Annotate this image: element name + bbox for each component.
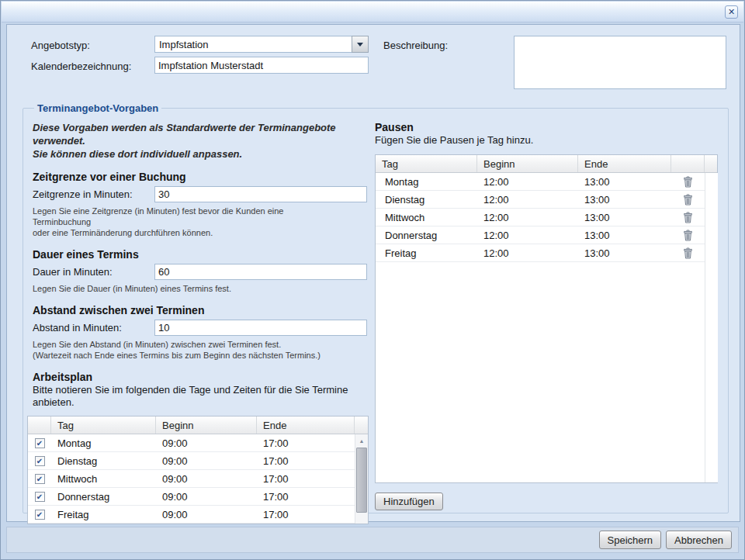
angebotstyp-combobox[interactable]: Impfstation: [154, 36, 369, 53]
dauer-input[interactable]: [154, 264, 367, 280]
cell-tag: Freitag: [51, 506, 156, 523]
trash-icon: [683, 247, 693, 259]
scrollbar-thumb[interactable]: [356, 448, 367, 513]
help-line: Legen Sie den Abstand (in Minuten) zwisc…: [33, 339, 368, 350]
help-line: oder eine Terminänderung durchführen kön…: [33, 227, 368, 238]
table-row[interactable]: ✔ Mittwoch 09:00 17:00: [28, 470, 355, 488]
cell-beginn: 09:00: [156, 452, 257, 469]
arbeitsplan-description: Bitte notieren Sie im folgenden die Tage…: [33, 384, 368, 409]
trash-icon: [683, 176, 693, 188]
pausen-heading: Pausen: [375, 121, 722, 134]
kalenderbezeichnung-input[interactable]: [154, 57, 369, 74]
cell-tag: Mittwoch: [51, 470, 156, 487]
checkmark-icon: ✔: [36, 493, 43, 501]
scroll-up-icon[interactable]: ▲: [355, 434, 368, 447]
dialog-body: Angebotstyp: Impfstation Kalenderbezeich…: [6, 24, 740, 522]
delete-row-button[interactable]: [683, 194, 693, 206]
zeitgrenze-help: Legen Sie eine Zeitgrenze (in Minuten) f…: [33, 206, 368, 238]
day-checkbox[interactable]: ✔: [35, 492, 45, 502]
defaults-column: Diese Vorgaben werden als Standardwerte …: [33, 114, 368, 505]
cell-beginn: 12:00: [477, 173, 578, 190]
titlebar: ✕: [2, 2, 743, 22]
cell-tag: Dienstag: [51, 452, 156, 469]
table-row[interactable]: Mittwoch 12:00 13:00: [376, 209, 705, 226]
delete-row-button[interactable]: [683, 212, 693, 223]
close-icon: ✕: [728, 7, 735, 17]
footer-toolbar: Speichern Abbrechen: [6, 527, 739, 553]
cell-ende: 17:00: [257, 452, 355, 469]
cell-beginn: 12:00: [477, 226, 578, 244]
add-pause-button[interactable]: Hinzufügen: [375, 493, 443, 510]
cell-beginn: 12:00: [477, 244, 578, 261]
fieldset-legend: Terminangebot-Vorgaben: [34, 102, 161, 114]
pausen-description: Fügen Sie die Pausen je Tag hinzu.: [375, 134, 713, 147]
help-line: Legen Sie die Dauer (in Minuten) eines T…: [33, 283, 368, 294]
intro-line-2: Sie können diese dort individuell anpass…: [33, 147, 354, 161]
cell-beginn: 12:00: [477, 191, 578, 208]
vertical-scrollbar[interactable]: ▲: [355, 434, 368, 524]
cell-tag: Donnerstag: [51, 488, 156, 505]
delete-row-button[interactable]: [683, 247, 693, 259]
beschreibung-label: Beschreibung:: [383, 40, 448, 51]
checkmark-icon: ✔: [36, 439, 43, 448]
header-cell-checkbox: [28, 417, 51, 434]
zeitgrenze-input[interactable]: [154, 186, 367, 202]
header-cell-scroll: [355, 417, 368, 434]
dauer-label: Dauer in Minuten:: [33, 266, 154, 278]
table-row[interactable]: Donnerstag 12:00 13:00: [376, 226, 705, 244]
header-cell-tag: Tag: [51, 417, 156, 434]
help-line: Legen Sie eine Zeitgrenze (in Minuten) f…: [33, 206, 368, 216]
day-checkbox[interactable]: ✔: [35, 438, 45, 448]
table-row[interactable]: ✔ Dienstag 09:00 17:00: [28, 452, 355, 470]
cell-ende: 13:00: [578, 209, 671, 226]
cell-ende: 13:00: [578, 244, 671, 261]
zeitgrenze-label: Zeitgrenze in Minuten:: [33, 188, 154, 200]
pausen-column: Pausen Fügen Sie die Pausen je Tag hinzu…: [368, 114, 722, 505]
delete-row-button[interactable]: [683, 176, 693, 188]
table-row[interactable]: ✔ Donnerstag 09:00 17:00: [28, 488, 355, 506]
abstand-help: Legen Sie den Abstand (in Minuten) zwisc…: [33, 339, 368, 361]
angebotstyp-value: Impfstation: [154, 36, 352, 53]
cell-ende: 13:00: [578, 226, 671, 244]
table-row[interactable]: Montag 12:00 13:00: [376, 173, 705, 191]
help-line: Terminbuchung: [33, 216, 368, 227]
header-cell-beginn: Beginn: [156, 417, 257, 434]
cell-ende: 17:00: [257, 506, 355, 523]
cell-ende: 13:00: [578, 173, 671, 190]
cell-ende: 17:00: [257, 488, 355, 505]
intro-text: Diese Vorgaben werden als Standardwerte …: [33, 121, 354, 161]
checkmark-icon: ✔: [36, 510, 43, 519]
combo-trigger-button[interactable]: [352, 36, 369, 53]
cell-ende: 17:00: [257, 434, 355, 451]
header-cell-ende: Ende: [578, 155, 671, 172]
table-row[interactable]: ✔ Freitag 09:00 17:00: [28, 506, 355, 524]
cell-beginn: 09:00: [156, 470, 257, 487]
day-checkbox[interactable]: ✔: [35, 510, 45, 520]
delete-row-button[interactable]: [683, 230, 693, 241]
table-row[interactable]: ✔ Montag 09:00 17:00: [28, 434, 355, 452]
cell-beginn: 09:00: [156, 488, 257, 505]
cell-tag: Donnerstag: [376, 226, 477, 244]
cell-beginn: 12:00: [477, 209, 578, 226]
table-row[interactable]: Dienstag 12:00 13:00: [376, 191, 705, 209]
close-button[interactable]: ✕: [725, 5, 738, 19]
trash-icon: [683, 194, 693, 206]
day-checkbox[interactable]: ✔: [35, 474, 45, 484]
cell-tag: Dienstag: [376, 191, 477, 208]
beschreibung-textarea[interactable]: [514, 36, 726, 89]
day-checkbox[interactable]: ✔: [35, 456, 45, 466]
save-button[interactable]: Speichern: [599, 531, 662, 549]
header-cell-beginn: Beginn: [477, 155, 578, 172]
abstand-input[interactable]: [154, 320, 367, 336]
cancel-button[interactable]: Abbrechen: [666, 531, 732, 549]
pausen-grid-header: Tag Beginn Ende: [376, 155, 717, 173]
help-line: (Wartezeit nach Ende eines Termins bis z…: [33, 350, 368, 361]
cell-tag: Montag: [51, 434, 156, 451]
trash-icon: [683, 230, 693, 241]
cell-ende: 17:00: [257, 470, 355, 487]
scrollbar-track[interactable]: [705, 173, 718, 482]
table-row[interactable]: Freitag 12:00 13:00: [376, 244, 705, 262]
header-cell-tag: Tag: [376, 155, 477, 172]
chevron-down-icon: [357, 43, 363, 47]
checkmark-icon: ✔: [36, 457, 43, 465]
